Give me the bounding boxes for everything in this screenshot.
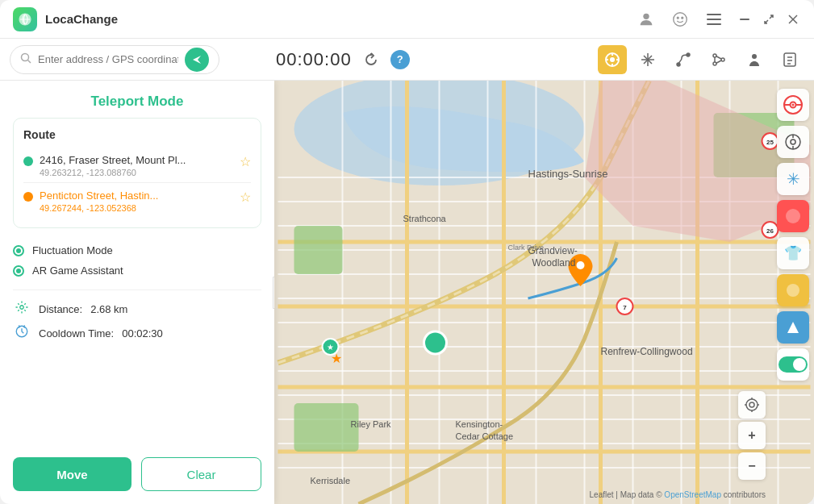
osm-link[interactable]: OpenStreetMap [664, 490, 721, 499]
svg-point-12 [22, 54, 29, 61]
arrow-button[interactable] [777, 311, 809, 344]
potion-button[interactable] [777, 274, 809, 306]
map-data-credit: | Map data © [616, 490, 664, 499]
maximize-button[interactable] [761, 11, 777, 27]
svg-text:Cedar Cottage: Cedar Cottage [456, 431, 514, 441]
route-to-star-button[interactable]: ☆ [240, 190, 251, 205]
move-button[interactable]: Move [13, 457, 131, 491]
panel-collapse-button[interactable]: ‹ [273, 277, 274, 309]
toolbar-right [598, 45, 804, 74]
svg-point-23 [713, 54, 716, 57]
distance-item: Distance: 2.68 km [13, 300, 261, 318]
svg-text:Renfrew-Collingwood: Renfrew-Collingwood [601, 346, 693, 357]
emoji-button[interactable] [669, 8, 691, 31]
title-bar: LocaChange [0, 0, 814, 39]
route-to-text: Penticton Street, Hastin... 49.267244, -… [40, 190, 233, 213]
zoom-out-button[interactable]: − [738, 452, 766, 480]
svg-text:Woodland: Woodland [532, 257, 576, 269]
svg-point-2 [643, 13, 649, 19]
svg-rect-6 [707, 14, 721, 15]
pokeball-button[interactable] [777, 89, 809, 121]
route-from-item: 2416, Fraser Street, Mount Pl... 49.2632… [23, 149, 251, 182]
svg-point-24 [721, 58, 724, 61]
contributors-text: contributors [724, 490, 766, 499]
shirt-button[interactable]: 👕 [777, 237, 809, 269]
search-icon [20, 52, 31, 66]
svg-line-27 [716, 60, 722, 64]
svg-point-21 [687, 53, 690, 56]
svg-rect-70 [294, 403, 359, 452]
menu-button[interactable] [703, 8, 725, 31]
minimize-button[interactable] [737, 11, 753, 27]
cooldown-item: Cooldown Time: 00:02:30 [13, 324, 261, 342]
clear-button[interactable]: Clear [141, 457, 261, 491]
leaflet-credit: Leaflet [590, 490, 614, 499]
map-container[interactable]: ★ ★ Hastings-Sunrise Grandview- Woodland… [274, 81, 814, 504]
compass-button[interactable] [777, 126, 809, 158]
svg-point-94 [792, 104, 795, 106]
search-input[interactable] [38, 53, 178, 65]
close-button[interactable] [785, 11, 801, 27]
route-to-name: Penticton Street, Hastin... [40, 190, 233, 202]
toggle-button[interactable] [777, 348, 809, 381]
svg-line-13 [28, 60, 31, 64]
move-mode-button[interactable] [633, 45, 662, 74]
svg-text:★: ★ [327, 343, 334, 352]
search-container [10, 45, 219, 74]
svg-point-71 [577, 261, 585, 269]
route-to-dot [23, 192, 33, 202]
locate-button[interactable] [738, 391, 766, 419]
toggle-switch [779, 356, 808, 373]
branch-mode-button[interactable] [704, 45, 733, 74]
svg-rect-69 [294, 226, 343, 274]
options-section: Fluctuation Mode AR Game Assistant [0, 236, 274, 285]
route-label: Route [23, 128, 251, 141]
teleport-mode-button[interactable] [598, 45, 627, 74]
search-send-button[interactable] [185, 48, 209, 72]
svg-rect-8 [707, 23, 721, 25]
cooldown-value: 00:02:30 [122, 327, 163, 339]
timer-display: 00:00:00 [276, 49, 352, 70]
distance-icon [13, 300, 31, 318]
route-to-coords: 49.267244, -123.052368 [40, 203, 233, 213]
svg-text:Kerrisdale: Kerrisdale [311, 476, 351, 485]
title-bar-right [635, 8, 801, 31]
zoom-in-button[interactable]: + [738, 422, 766, 449]
app-logo [13, 7, 37, 31]
cooldown-label: Cooldown Time: [39, 327, 114, 339]
svg-point-33 [20, 306, 24, 310]
avatar-button[interactable] [635, 8, 657, 31]
route-mode-button[interactable] [669, 45, 698, 74]
history-button[interactable] [775, 45, 804, 74]
route-from-star-button[interactable]: ☆ [240, 154, 251, 169]
left-panel: ‹ Teleport Mode Route 2416, Fraser Stree… [0, 81, 274, 504]
svg-rect-7 [707, 19, 721, 20]
person-mode-button[interactable] [740, 45, 769, 74]
svg-point-4 [677, 17, 678, 19]
action-buttons: Move Clear [0, 444, 274, 504]
timer-refresh-button[interactable] [360, 48, 382, 71]
svg-point-99 [786, 209, 800, 223]
svg-point-102 [746, 399, 758, 410]
info-section: Distance: 2.68 km Cooldown Time: 00:02:3… [0, 295, 274, 347]
app-title: LocaChange [45, 12, 118, 26]
ar-game-option[interactable]: AR Game Assistant [13, 264, 261, 277]
fluctuation-mode-option[interactable]: Fluctuation Mode [13, 244, 261, 256]
route-from-text: 2416, Fraser Street, Mount Pl... 49.2632… [40, 154, 233, 177]
red-circle-button[interactable] [777, 200, 809, 232]
svg-text:Hastings-Sunrise: Hastings-Sunrise [528, 168, 608, 180]
timer-section: 00:00:00 ? [276, 48, 410, 71]
distance-value: 2.68 km [90, 303, 127, 315]
ar-game-label: AR Game Assistant [32, 264, 123, 277]
svg-point-100 [787, 284, 799, 297]
panel-title: Teleport Mode [0, 81, 274, 118]
svg-point-5 [682, 17, 683, 19]
title-bar-left: LocaChange [13, 7, 118, 31]
svg-point-20 [677, 63, 680, 66]
svg-rect-9 [740, 19, 749, 20]
main-content: ‹ Teleport Mode Route 2416, Fraser Stree… [0, 81, 814, 504]
toolbar: 00:00:00 ? [0, 39, 814, 81]
route-from-name: 2416, Fraser Street, Mount Pl... [40, 154, 233, 166]
help-button[interactable]: ? [390, 50, 410, 69]
snowflake-button[interactable]: ✳ [777, 163, 809, 195]
